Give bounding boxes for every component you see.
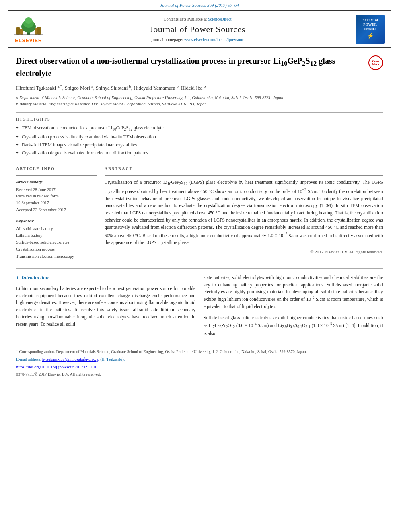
svg-point-3 bbox=[25, 17, 32, 24]
doi-line: https://doi.org/10.1016/j.jpowsour.2017.… bbox=[16, 364, 383, 370]
highlight-item-3: Dark-field TEM images visualize precipit… bbox=[16, 142, 383, 148]
divider-2 bbox=[16, 160, 383, 160]
keyword-2: Lithium battery bbox=[16, 232, 97, 238]
journal-center-header: Contents lists available at ScienceDirec… bbox=[43, 16, 352, 43]
affiliation-a: a Department of Materials Science, Gradu… bbox=[16, 94, 383, 101]
email-link[interactable]: h-tsukasaki57@mtr.osakafu-u.ac.jp bbox=[42, 357, 99, 362]
journal-title: Journal of Power Sources bbox=[43, 23, 352, 36]
highlights-section: HIGHLIGHTS TEM observation is conducted … bbox=[16, 117, 383, 156]
journal-citation: Journal of Power Sources 369 (2017) 57–6… bbox=[0, 0, 399, 10]
elsevier-tree-icon bbox=[14, 14, 43, 37]
highlight-item-4: Crystallization degree is evaluated from… bbox=[16, 150, 383, 156]
journal-header: ELSEVIER Contents lists available at Sci… bbox=[8, 10, 391, 48]
sciencedirect-link[interactable]: ScienceDirect bbox=[208, 17, 232, 21]
introduction-two-col: 1. Introduction Lithium-ion secondary ba… bbox=[16, 274, 383, 337]
crossmark-icon: CrossMark bbox=[368, 55, 383, 70]
affiliation-b: b Battery Material Engineering & Researc… bbox=[16, 101, 383, 107]
logo-line2: POWER bbox=[363, 22, 377, 27]
article-info-column: ARTICLE INFO Article history: Received 2… bbox=[16, 166, 97, 260]
elsevier-logo: ELSEVIER bbox=[14, 14, 43, 44]
logo-line3: SOURCES bbox=[364, 27, 376, 31]
email-line: E-mail address: h-tsukasaki57@mtr.osakaf… bbox=[16, 356, 383, 362]
abstract-header: ABSTRACT bbox=[105, 166, 383, 172]
abstract-divider bbox=[105, 175, 383, 176]
main-content: CrossMark Direct observation of a non-is… bbox=[16, 48, 383, 377]
keyword-4: Crystallization process bbox=[16, 246, 97, 252]
keywords-label: Keywords: bbox=[16, 218, 97, 224]
introduction-section: 1. Introduction Lithium-ion secondary ba… bbox=[16, 268, 383, 337]
citation-text: Journal of Power Sources 369 (2017) 57–6… bbox=[160, 3, 239, 8]
keyword-3: Sulfide-based solid electrolytes bbox=[16, 239, 97, 245]
highlight-item-2: Crystallization process is directly exam… bbox=[16, 134, 383, 140]
highlights-header: HIGHLIGHTS bbox=[16, 117, 383, 123]
intro-right-paragraph-1: state batteries, solid electrolytes with… bbox=[204, 274, 383, 310]
divider-1 bbox=[16, 112, 383, 113]
title-section: CrossMark Direct observation of a non-is… bbox=[16, 55, 383, 78]
received-date: Received 28 June 2017 bbox=[16, 187, 97, 193]
article-info-header: ARTICLE INFO bbox=[16, 166, 97, 172]
crossmark-badge: CrossMark bbox=[368, 55, 383, 70]
keyword-5: Transmission electron microscopy bbox=[16, 253, 97, 259]
authors-line: Hirofumi Tsukasaki a,*, Shigeo Mori a, S… bbox=[16, 83, 383, 92]
svg-rect-4 bbox=[16, 27, 20, 35]
logo-line1: JOURNAL OF bbox=[361, 18, 379, 22]
elsevier-wordmark: ELSEVIER bbox=[15, 37, 42, 44]
received-revised-label: Received in revised form bbox=[16, 193, 97, 199]
left-col-divider bbox=[16, 175, 97, 176]
homepage-link[interactable]: www.elsevier.com/locate/jpowsour bbox=[184, 37, 243, 42]
intro-left-paragraph: Lithium-ion secondary batteries are expe… bbox=[16, 285, 195, 328]
history-label: Article history: bbox=[16, 179, 97, 185]
issn-line: 0378-7753/© 2017 Elsevier B.V. All right… bbox=[16, 371, 383, 377]
affiliations: a Department of Materials Science, Gradu… bbox=[16, 94, 383, 107]
abstract-body: Crystallization of a precursor Li10GeP2S… bbox=[105, 179, 383, 246]
doi-link[interactable]: https://doi.org/10.1016/j.jpowsour.2017.… bbox=[16, 365, 96, 369]
intro-left-col: 1. Introduction Lithium-ion secondary ba… bbox=[16, 274, 195, 337]
abstract-column: ABSTRACT Crystallization of a precursor … bbox=[105, 166, 383, 260]
homepage-line: journal homepage: www.elsevier.com/locat… bbox=[43, 37, 352, 43]
svg-rect-7 bbox=[35, 28, 37, 35]
accepted-date: Accepted 23 September 2017 bbox=[16, 207, 97, 213]
revised-date: 10 September 2017 bbox=[16, 200, 97, 206]
copyright-text: © 2017 Elsevier B.V. All rights reserved… bbox=[105, 249, 383, 255]
keywords-section: Keywords: All-solid-state battery Lithiu… bbox=[16, 218, 97, 259]
paper-title: Direct observation of a non-isothermal c… bbox=[16, 55, 383, 78]
corresponding-author: * Corresponding author. Department of Ma… bbox=[16, 349, 383, 355]
highlights-list: TEM observation is conducted for a precu… bbox=[16, 125, 383, 156]
power-sources-logo-box: JOURNAL OF POWER SOURCES ⚡ bbox=[356, 15, 385, 44]
svg-rect-6 bbox=[37, 27, 41, 35]
intro-right-col: state batteries, solid electrolytes with… bbox=[204, 274, 383, 337]
journal-right-logo: JOURNAL OF POWER SOURCES ⚡ bbox=[352, 15, 385, 44]
intro-right-paragraph-2: Sulfide-based glass solid electrolytes e… bbox=[204, 314, 383, 337]
highlight-item-1: TEM observation is conducted for a precu… bbox=[16, 125, 383, 132]
keyword-1: All-solid-state battery bbox=[16, 226, 97, 232]
svg-rect-5 bbox=[20, 29, 23, 35]
article-info-abstract: ARTICLE INFO Article history: Received 2… bbox=[16, 166, 383, 260]
contents-available-text: Contents lists available at ScienceDirec… bbox=[43, 16, 352, 22]
intro-heading: 1. Introduction bbox=[16, 274, 195, 282]
footer-section: * Corresponding author. Department of Ma… bbox=[16, 345, 383, 377]
